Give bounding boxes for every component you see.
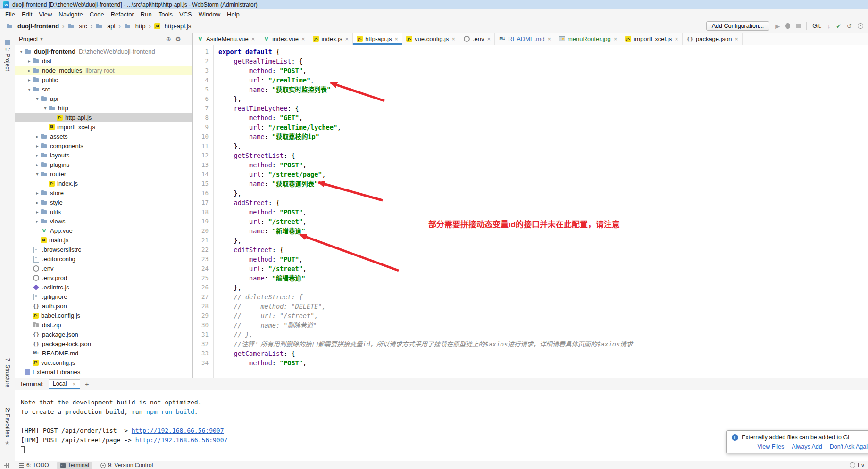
code-line[interactable]: method: "POST",	[218, 160, 868, 170]
chevron-down-icon[interactable]	[34, 172, 41, 177]
code-line[interactable]: realTimeLychee: {	[218, 104, 868, 113]
tree-item-store[interactable]: store	[15, 188, 192, 197]
chevron-right-icon[interactable]	[34, 162, 41, 167]
notification-link-view-files[interactable]: View Files	[757, 444, 784, 450]
stop-icon[interactable]	[796, 24, 801, 28]
tab-importexcel-js[interactable]: importExcel.js	[621, 33, 683, 45]
tree-item-public[interactable]: public	[15, 75, 192, 84]
tree-item-package-json[interactable]: package.json	[15, 329, 192, 339]
toolwindow-favorites-button[interactable]: 2: Favorites ★	[0, 408, 15, 446]
breadcrumb-item-duoji-frontend[interactable]: duoji-frontend	[5, 22, 60, 30]
chevron-right-icon[interactable]	[26, 77, 33, 82]
tree-item-utils[interactable]: utils	[15, 207, 192, 216]
notification-link-don-t-ask-agai[interactable]: Don't Ask Agai	[830, 444, 868, 450]
code-line[interactable]: method: "PUT",	[218, 255, 868, 264]
code-line[interactable]: // deleteStreet: {	[218, 292, 868, 302]
tree-item-index-js[interactable]: index.js	[15, 179, 192, 188]
menu-code[interactable]: Code	[86, 10, 108, 19]
tree-item-external-libraries[interactable]: External Libraries	[15, 367, 192, 377]
tree-item-dist-zip[interactable]: dist.zip	[15, 320, 192, 329]
terminal-link[interactable]: http://192.168.66.56:9007	[132, 427, 224, 434]
toolwindow-switcher-icon[interactable]	[4, 463, 9, 468]
breadcrumb-item-http-api-js[interactable]: http-api.js	[153, 22, 192, 30]
tab-asidemenu-vue[interactable]: AsideMenu.vue	[193, 33, 259, 45]
code-line[interactable]: method: "POST",	[218, 66, 868, 75]
chevron-right-icon[interactable]	[26, 58, 33, 64]
menu-edit[interactable]: Edit	[18, 10, 35, 19]
code-line[interactable]: editStreet: {	[218, 245, 868, 255]
code-line[interactable]: // url: "/street",	[218, 311, 868, 321]
code-line[interactable]: getCameraList: {	[218, 349, 868, 358]
git-update-icon[interactable]: ↓	[827, 23, 831, 30]
tree-item-importexcel-js[interactable]: importExcel.js	[15, 122, 192, 132]
tree-item-components[interactable]: components	[15, 141, 192, 150]
tab-http-api-js[interactable]: http-api.js	[353, 33, 402, 45]
close-icon[interactable]	[487, 35, 491, 42]
code-line[interactable]: // name: "删除巷道"	[218, 321, 868, 330]
tree-item-dist[interactable]: dist	[15, 56, 192, 66]
code-line[interactable]: name: "获取实时监控列表"	[218, 85, 868, 94]
close-icon[interactable]	[614, 35, 618, 42]
code-line[interactable]: getRealTimeList: {	[218, 57, 868, 66]
tree-item-babel-config-js[interactable]: babel.config.js	[15, 311, 192, 320]
tree-item-app-vue[interactable]: App.vue	[15, 226, 192, 235]
code-line[interactable]: url: "/street/page",	[218, 170, 868, 179]
terminal-link[interactable]: http://192.168.66.56:9007	[135, 436, 228, 444]
menu-vcs[interactable]: VCS	[176, 10, 195, 19]
chevron-right-icon[interactable]	[34, 190, 41, 196]
tree-item-vue-config-js[interactable]: vue.config.js	[15, 358, 192, 367]
close-icon[interactable]	[547, 35, 551, 42]
menu-run[interactable]: Run	[137, 10, 155, 19]
editor-gutter[interactable]: 1234567891011121314151617181920212223242…	[193, 45, 214, 378]
notification-link-always-add[interactable]: Always Add	[792, 444, 822, 450]
chevron-right-icon[interactable]	[34, 209, 41, 214]
chevron-right-icon[interactable]	[34, 143, 41, 148]
code-line[interactable]: },	[218, 94, 868, 104]
tree-item-readme-md[interactable]: README.md	[15, 348, 192, 358]
code-line[interactable]: },	[218, 189, 868, 198]
code-line[interactable]: // },	[218, 330, 868, 339]
breadcrumb-item-http[interactable]: http	[123, 22, 147, 30]
tree-item-eslintrc-js[interactable]: .eslintrc.js	[15, 282, 192, 292]
breadcrumb-item-src[interactable]: src	[66, 22, 88, 30]
tree-item-assets[interactable]: assets	[15, 132, 192, 141]
menu-tools[interactable]: Tools	[155, 10, 176, 19]
close-icon[interactable]	[73, 380, 76, 387]
tab-vue-config-js[interactable]: vue.config.js	[402, 33, 459, 45]
chevron-down-icon[interactable]	[18, 49, 25, 54]
hide-panel-icon[interactable]: −	[185, 35, 189, 42]
close-icon[interactable]	[395, 35, 399, 42]
tab-index-js[interactable]: index.js	[309, 33, 353, 45]
tree-item-env-prod[interactable]: .env.prod	[15, 273, 192, 282]
tree-item-main-js[interactable]: main.js	[15, 235, 192, 245]
close-icon[interactable]	[451, 35, 455, 42]
tab-package-json[interactable]: package.json	[683, 33, 743, 45]
code-line[interactable]: },	[218, 141, 868, 151]
tab-env[interactable]: .env	[459, 33, 495, 45]
close-icon[interactable]	[301, 35, 305, 42]
tree-item-duoji-frontend[interactable]: duoji-frontendD:\zheheWeb\duoji-frontend	[15, 47, 192, 56]
menu-view[interactable]: View	[35, 10, 55, 19]
tree-item-plugins[interactable]: plugins	[15, 160, 192, 169]
chevron-right-icon[interactable]	[34, 219, 41, 224]
statusbar-terminal[interactable]: Terminal	[57, 462, 92, 469]
chevron-right-icon[interactable]	[34, 200, 41, 205]
tree-item-package-lock-json[interactable]: package-lock.json	[15, 339, 192, 348]
tree-item-http-api-js[interactable]: http-api.js	[15, 113, 192, 122]
gear-icon[interactable]: ⚙	[175, 35, 181, 42]
add-configuration-button[interactable]: Add Configuration...	[706, 21, 770, 31]
tree-item-browserslistrc[interactable]: .browserslistrc	[15, 245, 192, 254]
code-line[interactable]: // method: "DELETE",	[218, 302, 868, 311]
run-icon[interactable]: ▶	[775, 23, 780, 30]
chevron-down-icon[interactable]	[42, 106, 49, 111]
code-line[interactable]: url: "/realTime",	[218, 75, 868, 85]
close-icon[interactable]	[735, 35, 739, 42]
menu-navigate[interactable]: Navigate	[55, 10, 86, 19]
locate-file-icon[interactable]: ⊕	[166, 35, 171, 42]
code-area[interactable]: export default { getRealTimeList: { meth…	[214, 45, 868, 378]
chevron-right-icon[interactable]	[34, 153, 41, 158]
tree-item-auth-json[interactable]: auth.json	[15, 301, 192, 311]
chevron-down-icon[interactable]	[34, 96, 41, 101]
tree-item-env[interactable]: .env	[15, 263, 192, 273]
tab-index-vue[interactable]: index.vue	[259, 33, 309, 45]
